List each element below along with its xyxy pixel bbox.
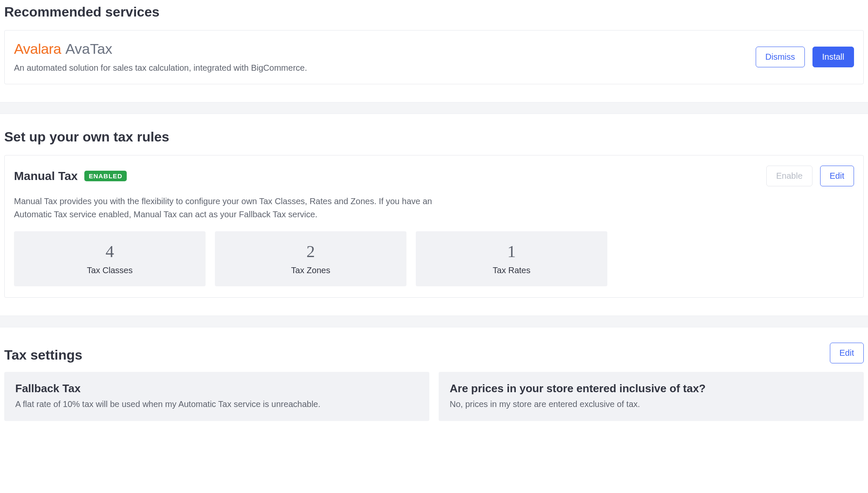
prices-inclusive-card: Are prices in your store entered inclusi…: [439, 372, 864, 421]
tax-settings-heading: Tax settings: [4, 347, 82, 363]
avalara-logo-product: AvaTax: [65, 41, 112, 57]
install-button[interactable]: Install: [812, 47, 854, 67]
fallback-tax-card: Fallback Tax A flat rate of 10% tax will…: [4, 372, 429, 421]
manual-tax-actions: Enable Edit: [766, 166, 854, 186]
manual-heading: Set up your own tax rules: [4, 129, 864, 145]
stat-label: Tax Classes: [18, 266, 201, 275]
dismiss-button[interactable]: Dismiss: [756, 47, 805, 67]
recommended-service-info: Avalara AvaTax An automated solution for…: [14, 41, 756, 73]
stat-value: 4: [18, 241, 201, 261]
avalara-logo: Avalara AvaTax: [14, 41, 756, 57]
recommended-actions: Dismiss Install: [756, 47, 854, 67]
settings-card-title: Fallback Tax: [15, 382, 418, 395]
recommended-service-panel: Avalara AvaTax An automated solution for…: [4, 30, 864, 84]
section-divider: [0, 102, 868, 114]
tax-settings-cards: Fallback Tax A flat rate of 10% tax will…: [4, 372, 864, 421]
stat-label: Tax Rates: [420, 266, 603, 275]
settings-card-desc: A flat rate of 10% tax will be used when…: [15, 399, 418, 409]
stat-label: Tax Zones: [219, 266, 402, 275]
manual-tax-title: Manual Tax: [14, 169, 78, 183]
manual-tax-title-row: Manual Tax ENABLED: [14, 169, 127, 183]
edit-manual-button[interactable]: Edit: [820, 166, 854, 186]
recommended-service-desc: An automated solution for sales tax calc…: [14, 63, 756, 73]
stat-value: 1: [420, 241, 603, 261]
manual-tax-stats: 4 Tax Classes 2 Tax Zones 1 Tax Rates: [14, 231, 854, 286]
manual-tax-panel: Manual Tax ENABLED Enable Edit Manual Ta…: [4, 155, 864, 298]
manual-tax-header: Manual Tax ENABLED Enable Edit: [14, 166, 854, 186]
avalara-logo-brand: Avalara: [14, 41, 61, 57]
enabled-badge: ENABLED: [84, 171, 127, 181]
stat-tax-rates[interactable]: 1 Tax Rates: [416, 231, 607, 286]
recommended-heading: Recommended services: [4, 4, 864, 20]
manual-tax-desc: Manual Tax provides you with the flexibi…: [14, 195, 438, 221]
enable-button: Enable: [766, 166, 812, 186]
settings-card-desc: No, prices in my store are entered exclu…: [450, 399, 853, 409]
stat-tax-zones[interactable]: 2 Tax Zones: [215, 231, 406, 286]
stat-value: 2: [219, 241, 402, 261]
section-divider: [0, 316, 868, 327]
settings-card-title: Are prices in your store entered inclusi…: [450, 382, 853, 395]
edit-settings-button[interactable]: Edit: [830, 343, 864, 363]
stat-tax-classes[interactable]: 4 Tax Classes: [14, 231, 206, 286]
